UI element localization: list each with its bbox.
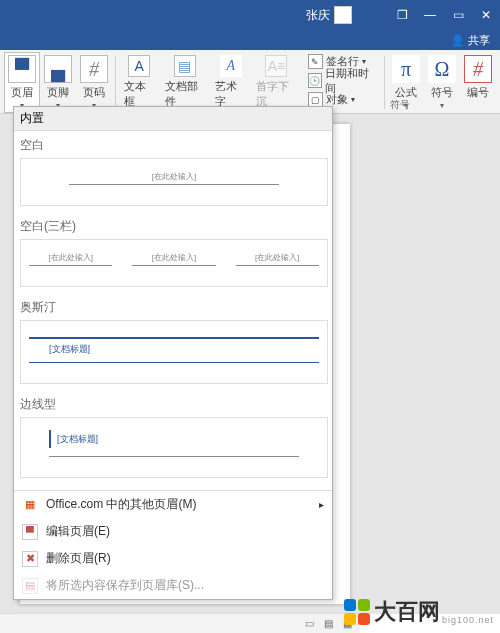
page-number-icon: # (80, 55, 108, 83)
wordart-icon: A (220, 55, 242, 77)
number-button[interactable]: # 编号 (460, 52, 496, 113)
header-icon: ▀ (8, 55, 36, 83)
edit-icon: ▀ (22, 524, 38, 540)
remove-icon: ✖ (22, 551, 38, 567)
ribbon-options-icon[interactable]: ❐ (394, 8, 410, 22)
gallery-label-sideline: 边线型 (18, 392, 330, 415)
gallery-scroll[interactable]: 空白 [在此处输入] 空白(三栏) [在此处输入] [在此处输入] [在此处输入… (14, 131, 332, 490)
datetime-icon: 🕒 (308, 73, 322, 88)
header-button[interactable]: ▀ 页眉 ▾ (4, 52, 40, 113)
remove-header-button[interactable]: ✖删除页眉(R) (14, 545, 332, 572)
gallery-item-sideline[interactable]: [文档标题] (20, 417, 328, 478)
gallery-footer: ▦Office.com 中的其他页眉(M) ▸ ▀编辑页眉(E) ✖删除页眉(R… (14, 490, 332, 599)
object-icon: ▢ (308, 92, 323, 107)
status-bar: ▭ ▤ ▦ (0, 613, 360, 633)
quick-parts-label: 文档部件 (165, 79, 206, 109)
save-icon: ▤ (22, 578, 38, 594)
watermark-sub: big100.net (442, 615, 494, 625)
gallery-item-blank[interactable]: [在此处输入] (20, 158, 328, 206)
number-icon: # (464, 55, 492, 83)
symbol-label: 符号 (431, 85, 453, 100)
save-to-gallery-button: ▤将所选内容保存到页眉库(S)... (14, 572, 332, 599)
page-number-button[interactable]: # 页码 ▾ (76, 52, 112, 113)
gallery-item-austin[interactable]: [文档标题] (20, 320, 328, 384)
symbol-icon: Ω (428, 55, 456, 83)
text-extras-stack: ✎签名行▾ 🕒日期和时间 ▢对象▾ (302, 52, 381, 113)
equation-icon: π (392, 55, 420, 83)
ribbon: ▀ 页眉 ▾ ▄ 页脚 ▾ # 页码 ▾ A 文本框 ▤ 文档部件 A 艺术字 … (0, 50, 500, 114)
header-label: 页眉 (11, 85, 33, 100)
user-area[interactable]: 张庆 (306, 6, 352, 24)
share-icon: 👤 (451, 34, 465, 47)
page-number-label: 页码 (83, 85, 105, 100)
textbox-label: 文本框 (124, 79, 155, 109)
more-from-office-button[interactable]: ▦Office.com 中的其他页眉(M) ▸ (14, 491, 332, 518)
watermark: 大百网 big100.net (344, 597, 494, 627)
separator (384, 56, 385, 109)
wordart-button[interactable]: A 艺术字 (210, 52, 251, 113)
chevron-right-icon: ▸ (319, 499, 324, 510)
textbox-button[interactable]: A 文本框 (119, 52, 160, 113)
quick-parts-icon: ▤ (174, 55, 196, 77)
textbox-icon: A (128, 55, 150, 77)
dropcap-icon: A≡ (265, 55, 287, 77)
gallery-label-blank3: 空白(三栏) (18, 214, 330, 237)
header-gallery-dropdown: 内置 空白 [在此处输入] 空白(三栏) [在此处输入] [在此处输入] [在此… (13, 106, 333, 600)
minimize-button[interactable]: — (422, 8, 438, 22)
watermark-logo-icon (344, 599, 370, 625)
number-label: 编号 (467, 85, 489, 100)
footer-label: 页脚 (47, 85, 69, 100)
read-mode-icon[interactable]: ▭ (305, 618, 314, 629)
print-layout-icon[interactable]: ▤ (324, 618, 333, 629)
gallery-label-filigree: 花丝 (18, 486, 330, 490)
dropcap-button[interactable]: A≡ 首字下沉 (251, 52, 302, 113)
gallery-label-blank: 空白 (18, 133, 330, 156)
symbol-button[interactable]: Ω 符号 ▾ (424, 52, 460, 113)
gallery-label-austin: 奥斯汀 (18, 295, 330, 318)
close-button[interactable]: ✕ (478, 8, 494, 22)
office-icon: ▦ (22, 497, 38, 513)
edit-header-button[interactable]: ▀编辑页眉(E) (14, 518, 332, 545)
title-bar: 张庆 ❐ — ▭ ✕ (0, 0, 500, 30)
chevron-down-icon: ▾ (440, 101, 444, 110)
username-label: 张庆 (306, 7, 330, 24)
footer-icon: ▄ (44, 55, 72, 83)
avatar[interactable] (334, 6, 352, 24)
share-label: 共享 (468, 33, 490, 48)
group-label-symbol: 符号 (390, 98, 410, 112)
wordart-label: 艺术字 (215, 79, 246, 109)
gallery-section-builtin: 内置 (14, 107, 332, 131)
signature-icon: ✎ (308, 54, 323, 69)
dropcap-label: 首字下沉 (256, 79, 297, 109)
watermark-text: 大百网 (374, 597, 440, 627)
gallery-item-blank3[interactable]: [在此处输入] [在此处输入] [在此处输入] (20, 239, 328, 287)
share-button[interactable]: 👤 共享 (451, 33, 490, 48)
share-bar: 👤 共享 (0, 30, 500, 50)
footer-button[interactable]: ▄ 页脚 ▾ (40, 52, 76, 113)
quick-parts-button[interactable]: ▤ 文档部件 (160, 52, 211, 113)
separator (115, 56, 116, 109)
date-time-button[interactable]: 🕒日期和时间 (304, 71, 379, 90)
maximize-button[interactable]: ▭ (450, 8, 466, 22)
